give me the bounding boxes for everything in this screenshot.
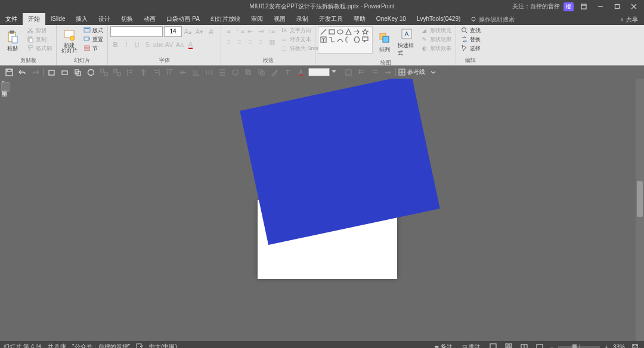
shape-connector-icon[interactable] [328, 36, 336, 43]
shape-brace-icon[interactable] [345, 36, 352, 43]
qat-alignc-icon[interactable] [138, 67, 148, 77]
qat-alignt-icon[interactable] [164, 67, 175, 77]
underline-button[interactable]: U [132, 40, 142, 49]
font-name-select[interactable] [110, 26, 163, 37]
shape-fill-button[interactable]: ◢形状填充 [419, 26, 453, 35]
tab-record[interactable]: 录制 [291, 13, 314, 25]
qat-group-icon[interactable] [98, 67, 109, 77]
change-case-button[interactable]: Aa [175, 40, 185, 49]
shape-hex-icon[interactable] [353, 36, 361, 43]
tab-design[interactable]: 设计 [93, 13, 116, 25]
comments-button[interactable]: ⊟ 批注 [460, 343, 483, 348]
numbering-button[interactable]: ⋮≡ [234, 26, 244, 36]
clear-format-icon[interactable]: A̷ [206, 27, 216, 36]
shape-curve-icon[interactable] [336, 36, 344, 43]
redo-icon[interactable] [30, 67, 41, 77]
shape-outline-button[interactable]: ✎形状轮廓 [419, 35, 453, 44]
tab-onekey[interactable]: OneKey 10 [371, 13, 411, 25]
slide-counter[interactable]: 幻灯片 第 4 张，共 8 张 [4, 343, 66, 348]
undo-icon[interactable] [17, 67, 27, 77]
qat-disth-icon[interactable] [203, 67, 214, 77]
reset-button[interactable]: 重置 [81, 35, 105, 44]
new-slide-button[interactable]: 新建 幻灯片 [59, 26, 79, 56]
ribbon-options-icon[interactable] [577, 0, 590, 13]
align-center-button[interactable]: ≡ [234, 37, 244, 46]
tab-insert[interactable]: 插入 [70, 13, 93, 25]
qat-copy-icon[interactable] [72, 67, 83, 77]
minimize-icon[interactable] [594, 0, 607, 13]
zoom-percent[interactable]: 33% [613, 344, 625, 349]
char-spacing-button[interactable]: AV [164, 40, 174, 49]
qat-bullets-icon[interactable] [356, 67, 367, 77]
copy-button[interactable]: 复制 [24, 35, 54, 44]
share-button[interactable]: ♀ 共享 [614, 14, 644, 25]
notes-button[interactable]: ≐ 备注 [432, 343, 455, 348]
bold-button[interactable]: B [110, 40, 120, 49]
cut-button[interactable]: 剪切 [24, 26, 54, 35]
zoom-thumb[interactable] [572, 344, 577, 349]
zoom-out-icon[interactable]: − [550, 344, 553, 349]
shadow-button[interactable]: S [143, 40, 153, 49]
sorter-view-icon[interactable] [503, 342, 514, 348]
shape-text-icon[interactable] [320, 36, 327, 43]
tab-dev[interactable]: 开发工具 [314, 13, 348, 25]
qat-num-icon[interactable] [369, 67, 380, 77]
shape-callout-icon[interactable] [361, 36, 369, 43]
qat-alignr-icon[interactable] [151, 67, 162, 77]
normal-view-icon[interactable] [488, 342, 499, 348]
align-left-button[interactable]: ≡ [224, 37, 234, 46]
qat-eyedrop-icon[interactable] [269, 67, 280, 77]
qat-distv-icon[interactable] [216, 67, 227, 77]
line-spacing-button[interactable]: ↕≡ [267, 26, 277, 36]
arrange-button[interactable]: 排列 [374, 26, 395, 58]
qat-fill-color[interactable] [308, 68, 330, 76]
tab-animations[interactable]: 动画 [138, 13, 161, 25]
shape-line-icon[interactable] [320, 28, 327, 35]
qat-send-back-icon[interactable] [256, 67, 267, 77]
italic-button[interactable]: I [121, 40, 131, 49]
justify-button[interactable]: ≡ [256, 37, 266, 46]
close-icon[interactable] [627, 0, 640, 13]
qat-alignl-icon[interactable] [125, 67, 135, 77]
shape-oval-icon[interactable] [336, 28, 344, 35]
shape-star-icon[interactable] [361, 28, 369, 35]
qat-ungroup-icon[interactable] [112, 67, 122, 77]
tab-slideshow[interactable]: 幻灯片放映 [205, 13, 246, 25]
vertical-scrollbar[interactable] [636, 79, 644, 341]
tab-file[interactable]: 文件 [0, 13, 23, 25]
tab-transitions[interactable]: 切换 [116, 13, 138, 25]
find-button[interactable]: 查找 [459, 26, 482, 35]
blue-rectangle-shape[interactable] [240, 79, 439, 245]
account-badge[interactable]: 橙 [564, 2, 574, 11]
tab-view[interactable]: 视图 [268, 13, 291, 25]
shape-effects-button[interactable]: ◐形状效果 [419, 44, 453, 52]
slideshow-view-icon[interactable] [534, 342, 545, 348]
qat-rect-icon[interactable] [59, 67, 70, 77]
strike-button[interactable]: abc [153, 40, 163, 49]
align-right-button[interactable]: ≡ [245, 37, 255, 46]
qat-alignm-icon[interactable] [177, 67, 188, 77]
qat-alignb-icon[interactable] [190, 67, 201, 77]
qat-rotate-icon[interactable] [230, 67, 240, 77]
font-size-select[interactable]: 14 [164, 26, 182, 37]
language-label[interactable]: 中文(中国) [149, 343, 177, 348]
tab-pocket[interactable]: 口袋动画 PA [161, 13, 205, 25]
qat-guides-button[interactable]: 参考线 [398, 68, 425, 76]
thumbnails-panel-tab[interactable]: 缩略图 [1, 82, 10, 92]
shape-triangle-icon[interactable] [345, 28, 352, 35]
bullets-button[interactable]: ≡ [224, 26, 234, 36]
columns-button[interactable]: ▥ [267, 37, 277, 46]
zoom-in-icon[interactable]: + [605, 344, 608, 349]
quick-styles-button[interactable]: A 快速样式 [397, 26, 417, 58]
qat-home-icon[interactable] [46, 67, 57, 77]
spellcheck-icon[interactable] [136, 343, 143, 348]
shapes-gallery[interactable] [318, 26, 373, 54]
tab-home[interactable]: 开始 [23, 13, 45, 25]
indent-inc-button[interactable]: ⇥ [256, 26, 266, 36]
paste-button[interactable]: 粘贴 [2, 26, 23, 56]
qat-outline-icon[interactable] [343, 67, 354, 77]
format-painter-button[interactable]: 格式刷 [24, 44, 54, 52]
fit-window-icon[interactable] [630, 342, 640, 348]
replace-button[interactable]: 替换 [459, 35, 482, 44]
maximize-icon[interactable] [611, 0, 624, 13]
